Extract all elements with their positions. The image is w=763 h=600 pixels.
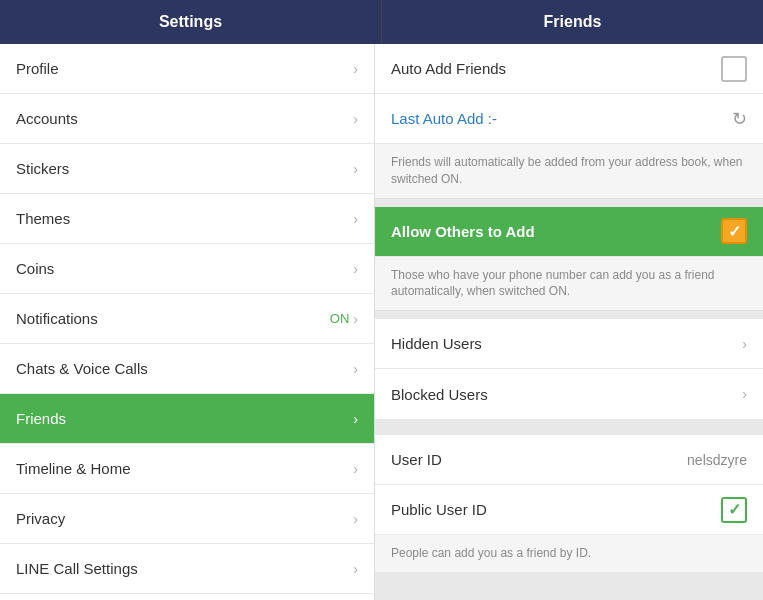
auto-add-checkbox[interactable] <box>721 56 747 82</box>
friends-title: Friends <box>544 13 602 31</box>
notifications-right: ON › <box>330 311 358 327</box>
hidden-users-label: Hidden Users <box>391 335 482 352</box>
blocked-users-label: Blocked Users <box>391 386 488 403</box>
hidden-users-row[interactable]: Hidden Users › <box>375 319 763 369</box>
refresh-icon: ↻ <box>732 108 747 130</box>
public-user-id-label: Public User ID <box>391 501 487 518</box>
settings-header: Settings <box>0 0 382 44</box>
sidebar-item-accounts[interactable]: Accounts › <box>0 94 374 144</box>
allow-others-label: Allow Others to Add <box>391 223 535 240</box>
app-header: Settings Friends <box>0 0 763 44</box>
userid-row: User ID nelsdzyre <box>375 435 763 485</box>
chevron-icon: › <box>353 61 358 77</box>
sidebar-item-themes[interactable]: Themes › <box>0 194 374 244</box>
user-id-label: User ID <box>391 451 442 468</box>
sidebar-item-chats-voice[interactable]: Chats & Voice Calls › <box>0 344 374 394</box>
allow-others-section: Allow Others to Add ✓ Those who have you… <box>375 207 763 312</box>
allow-others-row[interactable]: Allow Others to Add ✓ <box>375 207 763 257</box>
userid-section: User ID nelsdzyre Public User ID ✓ Peopl… <box>375 435 763 572</box>
allow-others-info: Those who have your phone number can add… <box>375 257 763 312</box>
sidebar-item-profile[interactable]: Profile › <box>0 44 374 94</box>
chevron-icon: › <box>742 386 747 402</box>
chevron-icon: › <box>353 111 358 127</box>
settings-sidebar: Profile › Accounts › Stickers › Themes ›… <box>0 44 375 600</box>
auto-add-label: Auto Add Friends <box>391 60 506 77</box>
chevron-icon: › <box>353 311 358 327</box>
friends-panel: Auto Add Friends Last Auto Add :- ↻ Frie… <box>375 44 763 600</box>
sidebar-item-notifications[interactable]: Notifications ON › <box>0 294 374 344</box>
public-userid-checkbox[interactable]: ✓ <box>721 497 747 523</box>
sidebar-item-coins[interactable]: Coins › <box>0 244 374 294</box>
settings-title: Settings <box>159 13 222 31</box>
public-userid-row[interactable]: Public User ID ✓ <box>375 485 763 535</box>
chevron-icon: › <box>353 411 358 427</box>
chevron-icon: › <box>353 261 358 277</box>
notifications-badge: ON <box>330 311 350 326</box>
chevron-icon: › <box>353 161 358 177</box>
public-userid-info: People can add you as a friend by ID. <box>375 535 763 572</box>
blocked-users-row[interactable]: Blocked Users › <box>375 369 763 419</box>
sidebar-item-line-call-settings[interactable]: LINE Call Settings › <box>0 544 374 594</box>
sidebar-item-timeline-home[interactable]: Timeline & Home › <box>0 444 374 494</box>
sidebar-item-friends[interactable]: Friends › <box>0 394 374 444</box>
chevron-icon: › <box>353 361 358 377</box>
auto-add-section: Auto Add Friends Last Auto Add :- ↻ Frie… <box>375 44 763 199</box>
section-gap <box>375 427 763 435</box>
chevron-icon: › <box>742 336 747 352</box>
chevron-icon: › <box>353 211 358 227</box>
last-auto-row: Last Auto Add :- ↻ <box>375 94 763 144</box>
checkmark-icon: ✓ <box>728 222 741 241</box>
auto-add-row[interactable]: Auto Add Friends <box>375 44 763 94</box>
chevron-icon: › <box>353 511 358 527</box>
friends-header: Friends <box>382 0 763 44</box>
last-auto-label: Last Auto Add :- <box>391 110 497 127</box>
checkmark-icon: ✓ <box>728 500 741 519</box>
main-content: Profile › Accounts › Stickers › Themes ›… <box>0 44 763 600</box>
user-id-value: nelsdzyre <box>687 452 747 468</box>
auto-add-info: Friends will automatically be added from… <box>375 144 763 199</box>
users-section: Hidden Users › Blocked Users › <box>375 319 763 419</box>
chevron-icon: › <box>353 461 358 477</box>
sidebar-item-stickers[interactable]: Stickers › <box>0 144 374 194</box>
allow-others-checkbox[interactable]: ✓ <box>721 218 747 244</box>
chevron-icon: › <box>353 561 358 577</box>
sidebar-item-privacy[interactable]: Privacy › <box>0 494 374 544</box>
